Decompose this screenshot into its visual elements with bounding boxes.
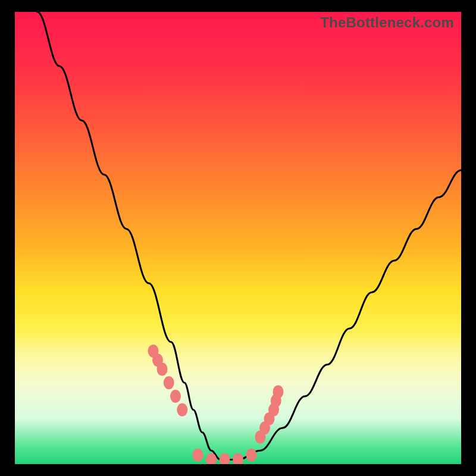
curve-svg [15,12,461,464]
curve-marker [233,453,243,464]
curve-marker [220,453,230,464]
chart-stage: TheBottleneck.com [0,0,476,476]
bottleneck-curve [37,12,462,459]
right-marker-group [255,385,284,443]
curve-marker [177,403,187,416]
curve-marker [193,449,203,462]
curve-marker [157,362,168,375]
bottom-marker-group [193,449,257,464]
curve-marker [170,390,181,403]
bottom-border [15,468,461,476]
curve-marker [273,385,284,398]
curve-marker [164,376,174,389]
plot-area: TheBottleneck.com [15,12,461,464]
curve-marker [246,449,257,462]
